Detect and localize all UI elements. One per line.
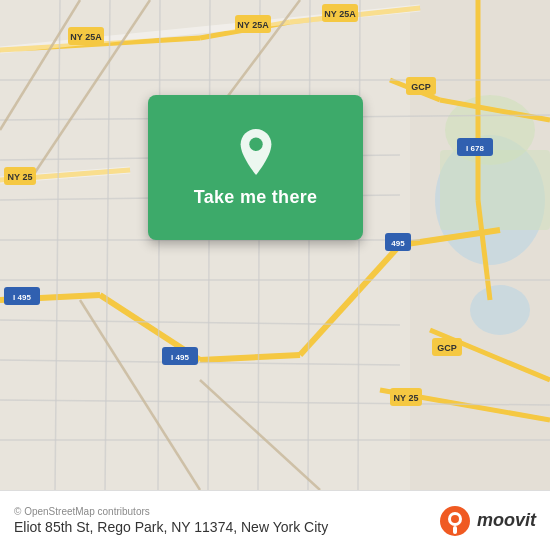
svg-point-68 <box>249 138 262 151</box>
svg-text:I 495: I 495 <box>13 293 31 302</box>
svg-text:I 495: I 495 <box>171 353 189 362</box>
svg-rect-72 <box>453 526 457 534</box>
address-info: © OpenStreetMap contributors Eliot 85th … <box>14 506 328 535</box>
svg-text:NY 25: NY 25 <box>394 393 419 403</box>
svg-text:NY 25A: NY 25A <box>70 32 102 42</box>
moovit-logo: moovit <box>439 505 536 537</box>
svg-text:GCP: GCP <box>437 343 457 353</box>
location-pin-icon <box>234 127 278 177</box>
svg-point-71 <box>451 515 459 523</box>
svg-text:NY 25A: NY 25A <box>237 20 269 30</box>
moovit-icon <box>439 505 471 537</box>
address-text: Eliot 85th St, Rego Park, NY 11374, New … <box>14 519 328 535</box>
map-view: NY 25A NY 25A NY 25A NY 25 NY 25 I 495 I… <box>0 0 550 490</box>
svg-text:495: 495 <box>391 239 405 248</box>
svg-text:NY 25A: NY 25A <box>324 9 356 19</box>
bottom-bar: © OpenStreetMap contributors Eliot 85th … <box>0 490 550 550</box>
moovit-text: moovit <box>477 510 536 531</box>
svg-text:GCP: GCP <box>411 82 431 92</box>
svg-text:NY 25: NY 25 <box>8 172 33 182</box>
copyright-text: © OpenStreetMap contributors <box>14 506 328 517</box>
svg-text:I 678: I 678 <box>466 144 484 153</box>
take-me-there-button[interactable]: Take me there <box>148 95 363 240</box>
take-me-there-label: Take me there <box>194 187 318 208</box>
